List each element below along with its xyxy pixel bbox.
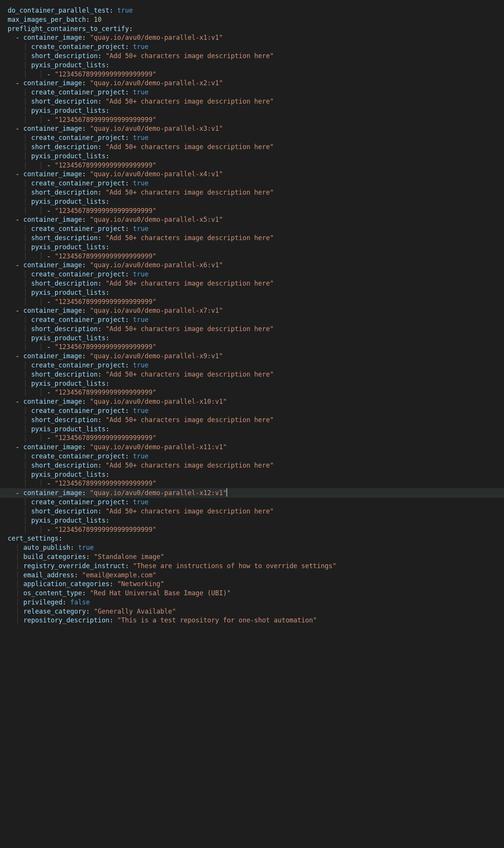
entry-pyxis-product-list-item[interactable]: │ │ - "123456789999999999999999" <box>8 70 504 79</box>
entry-pyxis-product-list-item[interactable]: │ │ - "123456789999999999999999" <box>8 115 504 125</box>
val-short-description: "Add 50+ characters image description he… <box>106 52 274 60</box>
entry-create-container-project[interactable]: │ create_container_project: true <box>8 270 504 279</box>
cert-setting-line[interactable]: │ privileged: false <box>8 598 504 607</box>
entry-short-description[interactable]: │ short_description: "Add 50+ characters… <box>8 416 504 425</box>
text-cursor <box>226 488 227 497</box>
entry-pyxis-product-list-item[interactable]: │ │ - "123456789999999999999999" <box>8 206 504 216</box>
val-pyxis-product-list-item: "123456789999999999999999" <box>55 161 156 169</box>
cert-setting-line[interactable]: │ build_categories: "Standalone image" <box>8 552 504 562</box>
entry-create-container-project[interactable]: │ create_container_project: true <box>8 179 504 188</box>
entry-pyxis-product-list-item[interactable]: │ │ - "123456789999999999999999" <box>8 479 504 488</box>
val-pyxis-product-list-item: "123456789999999999999999" <box>55 70 156 78</box>
indent-guide: │ <box>39 252 47 260</box>
entry-create-container-project[interactable]: │ create_container_project: true <box>8 133 504 143</box>
list-dash: - <box>47 343 54 351</box>
val-short-description: "Add 50+ characters image description he… <box>106 279 274 287</box>
entry-short-description[interactable]: │ short_description: "Add 50+ characters… <box>8 461 504 470</box>
entry-pyxis-product-lists[interactable]: │ pyxis_product_lists: <box>8 243 504 252</box>
entry-short-description[interactable]: │ short_description: "Add 50+ characters… <box>8 234 504 243</box>
indent-guide: │ <box>23 343 31 351</box>
entry-pyxis-product-list-item[interactable]: │ │ - "123456789999999999999999" <box>8 343 504 352</box>
entry-short-description[interactable]: │ short_description: "Add 50+ characters… <box>8 188 504 197</box>
entry-pyxis-product-lists[interactable]: │ pyxis_product_lists: <box>8 288 504 297</box>
entry-container-image[interactable]: - container_image: "quay.io/avu0/demo-pa… <box>8 352 504 361</box>
entry-pyxis-product-lists[interactable]: │ pyxis_product_lists: <box>8 61 504 70</box>
indent-guide: │ <box>23 407 31 414</box>
entry-create-container-project[interactable]: │ create_container_project: true <box>8 88 504 97</box>
entry-pyxis-product-list-item[interactable]: │ │ - "123456789999999999999999" <box>8 252 504 261</box>
code-line[interactable]: preflight_containers_to_certify: <box>8 24 504 34</box>
entry-pyxis-product-list-item[interactable]: │ │ - "123456789999999999999999" <box>8 297 504 307</box>
indent-guide: │ <box>23 498 31 506</box>
entry-pyxis-product-lists[interactable]: │ pyxis_product_lists: <box>8 334 504 343</box>
entry-container-image[interactable]: - container_image: "quay.io/avu0/demo-pa… <box>8 443 504 452</box>
val-container-image: "quay.io/avu0/demo-parallel-x10:v1" <box>90 398 227 405</box>
code-line[interactable]: do_container_parallel_test: true <box>8 6 504 15</box>
key-create-container-project: create_container_project <box>31 179 125 187</box>
val-os-content-type: "Red Hat Universal Base Image (UBI)" <box>90 589 231 597</box>
entry-pyxis-product-lists[interactable]: │ pyxis_product_lists: <box>8 425 504 434</box>
entry-container-image[interactable]: - container_image: "quay.io/avu0/demo-pa… <box>8 79 504 88</box>
entry-short-description[interactable]: │ short_description: "Add 50+ characters… <box>8 279 504 288</box>
entry-short-description[interactable]: │ short_description: "Add 50+ characters… <box>8 52 504 61</box>
val-create-container-project: true <box>133 361 149 369</box>
val-create-container-project: true <box>133 452 149 460</box>
entry-pyxis-product-list-item[interactable]: │ │ - "123456789999999999999999" <box>8 388 504 397</box>
code-editor[interactable]: do_container_parallel_test: true max_ima… <box>0 0 504 631</box>
key-create-container-project: create_container_project <box>31 407 125 414</box>
entry-pyxis-product-lists[interactable]: │ pyxis_product_lists: <box>8 379 504 388</box>
entry-create-container-project[interactable]: │ create_container_project: true <box>8 361 504 370</box>
val-container-image: "quay.io/avu0/demo-parallel-x11:v1" <box>90 443 227 451</box>
entry-container-image[interactable]: - container_image: "quay.io/avu0/demo-pa… <box>8 170 504 179</box>
entry-container-image[interactable]: - container_image: "quay.io/avu0/demo-pa… <box>8 215 504 224</box>
entry-create-container-project[interactable]: │ create_container_project: true <box>8 224 504 234</box>
indent-guide: │ <box>15 544 23 551</box>
entry-container-image[interactable]: - container_image: "quay.io/avu0/demo-pa… <box>8 124 504 133</box>
entry-create-container-project[interactable]: │ create_container_project: true <box>8 452 504 461</box>
entry-pyxis-product-list-item[interactable]: │ │ - "123456789999999999999999" <box>8 525 504 534</box>
entry-short-description[interactable]: │ short_description: "Add 50+ characters… <box>8 370 504 379</box>
cert-setting-line[interactable]: │ auto_publish: true <box>8 543 504 552</box>
code-line[interactable]: cert_settings: <box>8 534 504 543</box>
entry-short-description[interactable]: │ short_description: "Add 50+ characters… <box>8 507 504 516</box>
entry-pyxis-product-list-item[interactable]: │ │ - "123456789999999999999999" <box>8 161 504 170</box>
entry-container-image[interactable]: - container_image: "quay.io/avu0/demo-pa… <box>8 397 504 406</box>
entry-short-description[interactable]: │ short_description: "Add 50+ characters… <box>8 143 504 152</box>
entry-pyxis-product-list-item[interactable]: │ │ - "123456789999999999999999" <box>8 434 504 443</box>
key-pyxis-product-lists: pyxis_product_lists <box>31 471 105 478</box>
val-short-description: "Add 50+ characters image description he… <box>106 325 274 333</box>
entry-container-image[interactable]: - container_image: "quay.io/avu0/demo-pa… <box>8 306 504 315</box>
entry-pyxis-product-lists[interactable]: │ pyxis_product_lists: <box>8 516 504 525</box>
entry-pyxis-product-lists[interactable]: │ pyxis_product_lists: <box>8 152 504 161</box>
entry-pyxis-product-lists[interactable]: │ pyxis_product_lists: <box>8 197 504 206</box>
entry-container-image[interactable]: - container_image: "quay.io/avu0/demo-pa… <box>8 33 504 42</box>
entry-create-container-project[interactable]: │ create_container_project: true <box>8 42 504 52</box>
list-dash: - <box>8 170 23 178</box>
cert-setting-line[interactable]: │ release_category: "Generally Available… <box>8 607 504 616</box>
val-create-container-project: true <box>133 179 149 187</box>
key-short-description: short_description <box>31 507 98 515</box>
cert-setting-line[interactable]: │ registry_override_instruct: "These are… <box>8 562 504 571</box>
val-privileged: false <box>70 598 90 606</box>
entry-container-image[interactable]: - container_image: "quay.io/avu0/demo-pa… <box>0 488 504 498</box>
entry-create-container-project[interactable]: │ create_container_project: true <box>8 406 504 416</box>
entry-short-description[interactable]: │ short_description: "Add 50+ characters… <box>8 97 504 106</box>
val-build-categories: "Standalone image" <box>94 553 164 560</box>
entry-container-image[interactable]: - container_image: "quay.io/avu0/demo-pa… <box>8 261 504 270</box>
code-line[interactable]: max_images_per_batch: 10 <box>8 15 504 24</box>
cert-setting-line[interactable]: │ os_content_type: "Red Hat Universal Ba… <box>8 589 504 598</box>
entry-pyxis-product-lists[interactable]: │ pyxis_product_lists: <box>8 106 504 115</box>
entry-create-container-project[interactable]: │ create_container_project: true <box>8 315 504 325</box>
cert-setting-line[interactable]: │ repository_description: "This is a tes… <box>8 616 504 625</box>
val-short-description: "Add 50+ characters image description he… <box>106 143 274 151</box>
key-container-image: container_image <box>23 398 82 405</box>
entry-pyxis-product-lists[interactable]: │ pyxis_product_lists: <box>8 470 504 479</box>
val-pyxis-product-list-item: "123456789999999999999999" <box>55 526 156 533</box>
entry-create-container-project[interactable]: │ create_container_project: true <box>8 498 504 507</box>
cert-setting-line[interactable]: │ email_address: "email@example.com" <box>8 571 504 580</box>
indent-guide: │ <box>23 416 31 424</box>
indent-guide: │ <box>23 388 31 396</box>
entry-short-description[interactable]: │ short_description: "Add 50+ characters… <box>8 325 504 334</box>
cert-setting-line[interactable]: │ application_categories: "Networking" <box>8 580 504 589</box>
val-short-description: "Add 50+ characters image description he… <box>106 461 274 469</box>
